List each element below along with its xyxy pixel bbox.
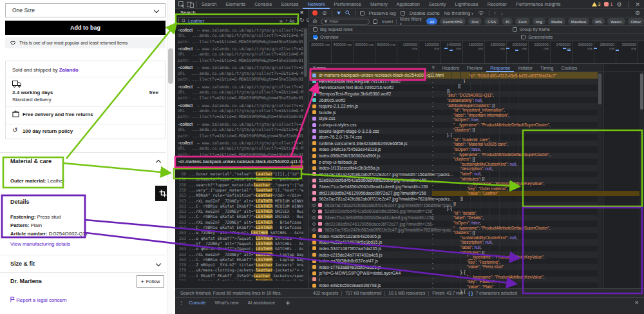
search-match-row[interactable]: 88...Outer material","value":"Leather"}]… <box>178 172 304 177</box>
result-group-header[interactable]: ▾collect — www.zalando.co.uk/api/t/gtm/g… <box>178 64 304 70</box>
filter-input[interactable]: Filter <box>321 19 370 25</box>
network-search-icon[interactable] <box>345 10 350 15</box>
json-line[interactable]: "key": "Pattern", <box>440 279 639 284</box>
search-match-row[interactable]: 263...rXL mo6ZnF _7ZONEy" alt="LEATHER U… <box>178 209 304 214</box>
filter-pill-doc[interactable]: Doc <box>468 18 482 25</box>
json-line[interactable]: "label": "Details", <box>440 215 639 221</box>
follow-button[interactable]: + Follow <box>137 275 164 288</box>
tab-console[interactable]: Console <box>250 0 276 9</box>
json-line[interactable]: "value": "Plain" <box>440 284 639 289</box>
json-line[interactable]: "label": "Important information", <box>440 113 639 118</box>
json-line[interactable]: }] <box>440 196 639 201</box>
filter-pill-all[interactable]: All <box>426 18 437 25</box>
search-match-row[interactable]: 263...rXL mo6ZnF _7ZONEy" alt="LEATHER -… <box>178 252 304 257</box>
drawer-item-whatsnew[interactable]: What's new <box>215 300 239 306</box>
page-scrollbar[interactable] <box>167 0 175 314</box>
json-line[interactable]: "sustainabilityClusterKind": null, <box>440 235 639 240</box>
search-result-group[interactable]: ▾collect — www.zalando.co.uk/api/t/gtm/g… <box>178 140 304 158</box>
export-har-icon[interactable]: ↓ <box>501 10 504 16</box>
json-line[interactable]: "value": "Press stud" <box>440 264 639 270</box>
record-button[interactable] <box>312 10 317 15</box>
filter-clear-icon[interactable]: ⊘ <box>312 18 317 25</box>
json-line[interactable]: "sustainability": null, <box>440 98 639 103</box>
result-group-header[interactable]: ▾collect — www.zalando.co.uk/api/t/gtm/g… <box>178 27 304 33</box>
overview-checkbox[interactable] <box>313 35 317 39</box>
json-line[interactable]: "sku": "DO254O002-Q11", <box>440 93 639 98</box>
search-match-row[interactable]: 263...rXL mo6ZnF _7ZONEy" alt="LEATHER M… <box>178 199 304 204</box>
json-line[interactable]: }, { <box>440 270 639 275</box>
filter-pill-font[interactable]: Font <box>515 18 529 25</box>
chevron-up-icon[interactable] <box>156 160 161 165</box>
json-line[interactable]: }, { <box>440 132 639 137</box>
json-line[interactable]: "id": "important_information", <box>440 108 639 113</box>
json-line[interactable]: "id": "details", <box>440 211 639 216</box>
result-line[interactable]: URL...ando.co.uk/api/t/gtm/g/collect?v=2… <box>178 90 304 95</box>
search-match-row[interactable]: 263...C- r9BRio qKofat EKabf7">LEATHER U… <box>178 214 304 219</box>
result-line[interactable]: path:...llect?v=2&tid=G-MDW1S9PQPW&gtm=4… <box>178 95 304 101</box>
response-vscrollbar-thumb[interactable] <box>640 74 643 110</box>
search-match-row[interactable]: 279...t EKabf7 EKabf7 _2VSo9">Leather Ja… <box>178 273 304 279</box>
search-result-group[interactable]: ▾collect — www.zalando.co.uk/api/t/gtm/g… <box>178 84 304 102</box>
result-group-header[interactable]: ▾collect — www.zalando.co.uk/api/t/gtm/g… <box>178 103 304 108</box>
warnings-badge[interactable]: 3 <box>592 2 601 6</box>
size-fit-title[interactable]: Size & fit <box>10 260 35 267</box>
material-care-title[interactable]: Material & care <box>10 158 52 164</box>
json-line[interactable]: "id": "810d1d00-4312-43e5-bd31-d8373fdd2… <box>440 74 639 79</box>
network-overview-timeline[interactable]: 200000 ms400000 ms600000 ms800000 ms1000… <box>309 41 644 64</box>
close-detail-icon[interactable]: ✕ <box>428 64 439 72</box>
filter-pill-media[interactable]: Media <box>548 18 565 25</box>
chevron-down-icon[interactable] <box>156 261 161 266</box>
result-line[interactable]: URL...ando.co.uk/api/t/gtm/g/collect?v=2… <box>178 127 304 133</box>
result-line[interactable]: URL...ando.co.uk/api/t/gtm/g/collect?v=2… <box>178 52 304 57</box>
filter-pill-js[interactable]: JS <box>502 18 513 25</box>
json-line[interactable]: "sustainabilityClusterKind": null, <box>440 162 639 167</box>
page-scrollbar-thumb[interactable] <box>168 48 173 84</box>
search-match-row[interactable]: 279...uk/mens-clothing-jackets-leather-j… <box>178 268 304 273</box>
result-line[interactable]: URL...ando.co.uk/api/t/gtm/g/collect?v=2… <box>178 146 304 152</box>
report-legal-concern-link[interactable]: Report a legal concern <box>10 297 67 303</box>
filter-pill-css[interactable]: CSS <box>484 18 499 25</box>
regex-toggle[interactable]: .* <box>285 19 287 23</box>
result-line[interactable]: URL...ando.co.uk/api/t/gtm/g/collect?v=2… <box>178 71 304 77</box>
json-line[interactable]: }, { <box>440 206 639 211</box>
result-referer-line[interactable]: referer...ando.co.uk/rucksacks/?upper_ma… <box>178 165 304 171</box>
json-line[interactable]: "label": null, <box>440 245 639 250</box>
throttling-select[interactable]: No throttling ▾ <box>444 10 473 16</box>
json-line[interactable]: "__typename": "ProductAttributeDefaultSu… <box>440 123 639 128</box>
result-file-header[interactable]: ▾dr-martens-backpack-unisex-rucksack-bla… <box>178 159 304 164</box>
network-conditions-icon[interactable] <box>478 10 484 15</box>
close-search-icon[interactable]: ✕ <box>299 10 304 15</box>
search-result-group[interactable]: ▾collect — www.zalando.co.uk/api/t/gtm/g… <box>178 46 304 64</box>
result-group-header[interactable]: ▾collect — www.zalando.co.uk/api/t/gtm/g… <box>178 46 304 52</box>
json-line[interactable]: "clusters": [{ <box>440 157 639 162</box>
result-line[interactable]: path:...llect?v=2&tid=G-MDW1S9PQPW&gtm=4… <box>178 152 304 158</box>
clear-search-icon[interactable]: ⊗ <box>279 19 283 23</box>
tab-memory[interactable]: Memory <box>366 0 392 9</box>
errors-badge[interactable]: 1 <box>604 2 612 6</box>
result-line[interactable]: path:...llect?v=2&tid=G-MDW1S9PQPW&gtm=4… <box>178 114 304 120</box>
search-match-row[interactable]: 263...o qKofat EKabf7">7&quot; LEATHER S… <box>178 236 304 241</box>
result-line[interactable]: path:...llect?v=2&tid=G-MDW1S9PQPW&gtm=4… <box>178 133 304 139</box>
json-line[interactable]: "__typename": "ProductAttributeDefaultSu… <box>440 226 639 231</box>
result-line[interactable]: path:...llect?v=2&tid=G-MDW1S9PQPW&gtm=4… <box>178 77 304 83</box>
drawer-item-console[interactable]: Console <box>189 300 205 306</box>
json-line[interactable]: }] <box>440 83 639 88</box>
tab-sources[interactable]: Sources <box>276 0 303 9</box>
json-line[interactable]: "label": null, <box>440 172 639 177</box>
json-line[interactable]: "clusters": [{ <box>440 230 639 235</box>
screenshots-checkbox[interactable] <box>521 35 526 39</box>
detail-tab-response[interactable]: Response <box>486 64 514 72</box>
result-line[interactable]: URL...ando.co.uk/api/t/gtm/g/collect?v=2… <box>178 108 304 114</box>
match-case-toggle[interactable]: Aa <box>289 19 294 23</box>
result-group-header[interactable]: ▾collect — www.zalando.co.uk/api/t/gtm/g… <box>178 84 304 90</box>
search-match-row[interactable]: 258...ucksacks/?upper_material=leather",… <box>178 177 304 182</box>
search-results-scrollbar-thumb[interactable] <box>304 28 307 77</box>
json-line[interactable]: "description": null, <box>440 240 639 245</box>
tab-lighthouse[interactable]: Lighthouse <box>450 0 482 9</box>
json-line[interactable]: "clusters": [] <box>440 128 639 133</box>
refresh-search-icon[interactable]: ↻ <box>299 17 305 23</box>
result-group-header[interactable]: ▾collect — www.zalando.co.uk/api/t/gtm/g… <box>178 140 304 146</box>
json-line[interactable]: "attributes": [{ <box>440 177 639 182</box>
network-settings-gear-icon[interactable]: ⚙ <box>635 10 640 16</box>
search-input[interactable]: Leather ⊗ .* Aa <box>178 17 298 25</box>
